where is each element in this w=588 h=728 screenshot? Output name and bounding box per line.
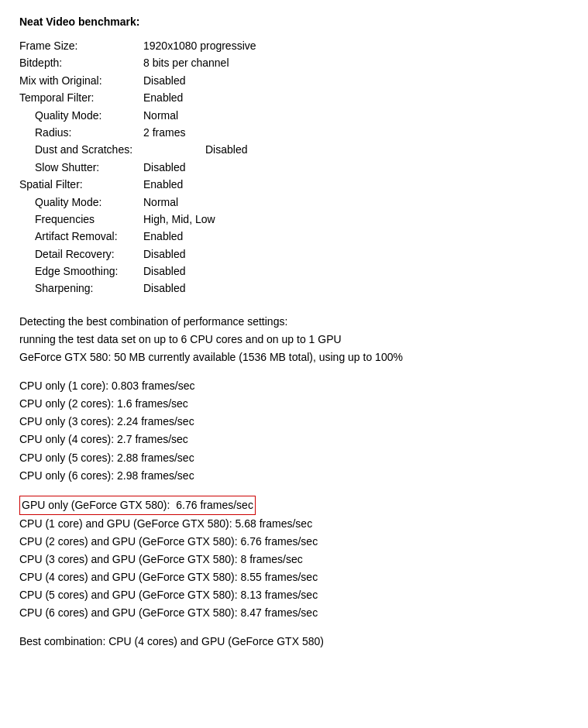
frame-size-label: Frame Size: xyxy=(19,37,143,54)
frequencies-label: Frequencies xyxy=(19,211,143,228)
edge-smoothing-label: Edge Smoothing: xyxy=(19,263,143,280)
performance-result-row: CPU only (5 cores): 2.88 frames/sec xyxy=(19,449,569,467)
performance-result-row: CPU only (2 cores): 1.6 frames/sec xyxy=(19,395,569,413)
performance-result-row: CPU only (3 cores): 2.24 frames/sec xyxy=(19,413,569,431)
temporal-filter-row: Temporal Filter: Enabled xyxy=(19,89,569,106)
combined-result-row: CPU (2 cores) and GPU (GeForce GTX 580):… xyxy=(19,533,569,551)
dust-scratches-label: Dust and Scratches: xyxy=(19,141,143,158)
edge-smoothing-row: Edge Smoothing: Disabled xyxy=(19,263,569,280)
performance-result-row: CPU only (1 core): 0.803 frames/sec xyxy=(19,377,569,395)
detecting-line2: running the test data set on up to 6 CPU… xyxy=(19,331,569,349)
spatial-filter-value: Enabled xyxy=(143,176,183,193)
mix-original-row: Mix with Original: Disabled xyxy=(19,72,569,89)
bitdepth-value: 8 bits per channel xyxy=(143,54,229,71)
performance-result-row: CPU only (6 cores): 2.98 frames/sec xyxy=(19,467,569,485)
detail-recovery-row: Detail Recovery: Disabled xyxy=(19,246,569,263)
bitdepth-label: Bitdepth: xyxy=(19,54,143,71)
spatial-filter-row: Spatial Filter: Enabled xyxy=(19,176,569,193)
detail-recovery-label: Detail Recovery: xyxy=(19,246,143,263)
frame-size-row: Frame Size: 1920x1080 progressive xyxy=(19,37,569,54)
combined-result-row: CPU (6 cores) and GPU (GeForce GTX 580):… xyxy=(19,604,569,622)
sharpening-label: Sharpening: xyxy=(19,280,143,297)
performance-result-row: CPU only (4 cores): 2.7 frames/sec xyxy=(19,431,569,448)
combined-block: CPU (1 core) and GPU (GeForce GTX 580): … xyxy=(19,515,569,623)
bitdepth-row: Bitdepth: 8 bits per channel xyxy=(19,54,569,71)
quality-mode-label: Quality Mode: xyxy=(19,107,143,124)
combined-result-row: CPU (4 cores) and GPU (GeForce GTX 580):… xyxy=(19,568,569,586)
content-area: Neat Video benchmark: Frame Size: 1920x1… xyxy=(19,15,569,651)
mix-original-label: Mix with Original: xyxy=(19,72,143,89)
detecting-line3: GeForce GTX 580: 50 MB currently availab… xyxy=(19,349,569,366)
highlighted-label: GPU only (GeForce GTX 580): xyxy=(22,499,170,511)
frequencies-row: Frequencies High, Mid, Low xyxy=(19,211,569,228)
spatial-quality-mode-label: Quality Mode: xyxy=(19,194,143,211)
edge-smoothing-value: Disabled xyxy=(143,263,185,280)
detecting-line1: Detecting the best combination of perfor… xyxy=(19,313,569,331)
highlighted-value: 6.76 frames/sec xyxy=(176,499,253,511)
combined-result-row: CPU (5 cores) and GPU (GeForce GTX 580):… xyxy=(19,586,569,604)
temporal-filter-value: Enabled xyxy=(143,89,183,106)
sharpening-row: Sharpening: Disabled xyxy=(19,280,569,297)
radius-label: Radius: xyxy=(19,124,143,141)
frequencies-value: High, Mid, Low xyxy=(143,211,215,228)
slow-shutter-value: Disabled xyxy=(143,159,185,176)
detecting-block: Detecting the best combination of perfor… xyxy=(19,313,569,366)
mix-original-value: Disabled xyxy=(143,72,185,89)
detail-recovery-value: Disabled xyxy=(143,246,185,263)
highlighted-row-container: GPU only (GeForce GTX 580): 6.76 frames/… xyxy=(19,496,569,515)
radius-value: 2 frames xyxy=(143,124,185,141)
slow-shutter-label: Slow Shutter: xyxy=(19,159,143,176)
spatial-filter-label: Spatial Filter: xyxy=(19,176,143,193)
temporal-filter-label: Temporal Filter: xyxy=(19,89,143,106)
quality-mode-row: Quality Mode: Normal xyxy=(19,107,569,124)
slow-shutter-row: Slow Shutter: Disabled xyxy=(19,159,569,176)
settings-block: Frame Size: 1920x1080 progressive Bitdep… xyxy=(19,37,569,297)
performance-block: CPU only (1 core): 0.803 frames/secCPU o… xyxy=(19,377,569,485)
spatial-quality-mode-row: Quality Mode: Normal xyxy=(19,194,569,211)
artifact-removal-row: Artifact Removal: Enabled xyxy=(19,228,569,245)
dust-scratches-row: Dust and Scratches: Disabled xyxy=(19,141,569,158)
combined-result-row: CPU (1 core) and GPU (GeForce GTX 580): … xyxy=(19,515,569,533)
dust-scratches-value: Disabled xyxy=(143,141,247,158)
benchmark-title: Neat Video benchmark: xyxy=(19,15,569,28)
sharpening-value: Disabled xyxy=(143,280,185,297)
radius-row: Radius: 2 frames xyxy=(19,124,569,141)
spatial-quality-mode-value: Normal xyxy=(143,194,178,211)
best-combination: Best combination: CPU (4 cores) and GPU … xyxy=(19,633,569,651)
artifact-removal-value: Enabled xyxy=(143,228,183,245)
highlighted-row: GPU only (GeForce GTX 580): 6.76 frames/… xyxy=(19,496,256,515)
combined-result-row: CPU (3 cores) and GPU (GeForce GTX 580):… xyxy=(19,551,569,568)
quality-mode-value: Normal xyxy=(143,107,178,124)
artifact-removal-label: Artifact Removal: xyxy=(19,228,143,245)
frame-size-value: 1920x1080 progressive xyxy=(143,37,256,54)
